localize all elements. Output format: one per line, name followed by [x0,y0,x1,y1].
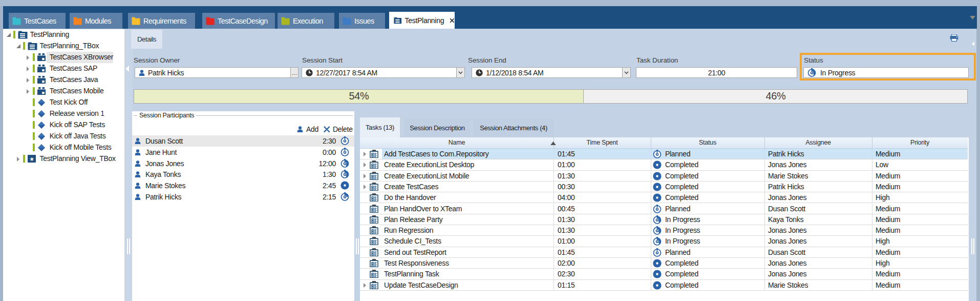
svg-text:★: ★ [29,156,34,162]
